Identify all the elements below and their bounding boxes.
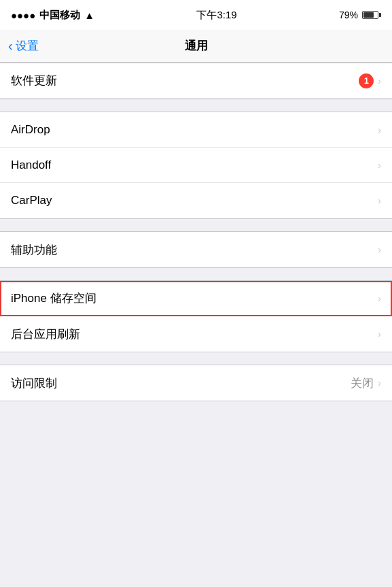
restrictions-value: 关闭	[351, 375, 374, 391]
battery-icon	[362, 11, 381, 19]
software-update-label: 软件更新	[11, 73, 57, 88]
accessibility-chevron: ›	[378, 244, 381, 255]
airdrop-label: AirDrop	[11, 123, 50, 137]
carrier-name: 中国移动	[39, 9, 80, 22]
restrictions-label: 访问限制	[11, 375, 57, 391]
wifi-icon: ▲	[84, 10, 94, 21]
carplay-chevron: ›	[378, 195, 381, 206]
section-storage: iPhone 储存空间 › 后台应用刷新 ›	[0, 280, 392, 352]
iphone-storage-label: iPhone 储存空间	[11, 290, 96, 306]
background-refresh-label: 后台应用刷新	[11, 326, 80, 342]
status-carrier: ●●●● 中国移动 ▲	[11, 9, 94, 22]
carplay-label: CarPlay	[11, 194, 52, 207]
iphone-storage-chevron: ›	[378, 293, 381, 304]
signal-icon: ●●●●	[11, 10, 35, 21]
back-chevron-icon: ‹	[8, 39, 13, 52]
gap-1	[0, 99, 392, 112]
list-item-software-update[interactable]: 软件更新 1 ›	[0, 63, 392, 99]
status-time: 下午3:19	[196, 9, 236, 22]
handoff-right: ›	[378, 160, 381, 171]
section-accessibility: 辅助功能 ›	[0, 231, 392, 268]
accessibility-right: ›	[378, 244, 381, 255]
list-item-airdrop[interactable]: AirDrop ›	[0, 112, 392, 148]
nav-back-button[interactable]: ‹ 设置	[8, 38, 39, 54]
handoff-label: Handoff	[11, 158, 51, 172]
section-restrictions: 访问限制 关闭 ›	[0, 365, 392, 401]
software-update-chevron: ›	[378, 76, 381, 86]
section-connectivity: AirDrop › Handoff › CarPlay ›	[0, 112, 392, 219]
list-item-background-refresh[interactable]: 后台应用刷新 ›	[0, 316, 392, 352]
gap-3	[0, 268, 392, 280]
iphone-storage-right: ›	[378, 293, 381, 304]
gap-2	[0, 219, 392, 231]
section-software: 软件更新 1 ›	[0, 63, 392, 99]
nav-title: 通用	[185, 38, 208, 54]
list-item-handoff[interactable]: Handoff ›	[0, 148, 392, 183]
nav-bar: ‹ 设置 通用	[0, 30, 392, 63]
airdrop-chevron: ›	[378, 124, 381, 135]
carplay-right: ›	[378, 195, 381, 206]
airdrop-right: ›	[378, 124, 381, 135]
list-item-carplay[interactable]: CarPlay ›	[0, 183, 392, 218]
battery-percent: 79%	[339, 10, 358, 20]
handoff-chevron: ›	[378, 160, 381, 171]
settings-content: 软件更新 1 › AirDrop › Handoff › CarPlay ›	[0, 63, 392, 401]
gap-4	[0, 352, 392, 365]
software-update-badge: 1	[359, 73, 374, 88]
software-update-right: 1 ›	[359, 73, 381, 88]
status-bar: ●●●● 中国移动 ▲ 下午3:19 79%	[0, 0, 392, 30]
list-item-iphone-storage[interactable]: iPhone 储存空间 ›	[0, 281, 392, 316]
list-item-accessibility[interactable]: 辅助功能 ›	[0, 232, 392, 267]
background-refresh-chevron: ›	[378, 329, 381, 339]
restrictions-chevron: ›	[378, 378, 381, 388]
accessibility-label: 辅助功能	[11, 242, 57, 258]
background-refresh-right: ›	[378, 329, 381, 339]
status-right: 79%	[339, 10, 381, 20]
back-label: 设置	[16, 38, 39, 54]
restrictions-right: 关闭 ›	[351, 375, 381, 391]
list-item-restrictions[interactable]: 访问限制 关闭 ›	[0, 365, 392, 401]
